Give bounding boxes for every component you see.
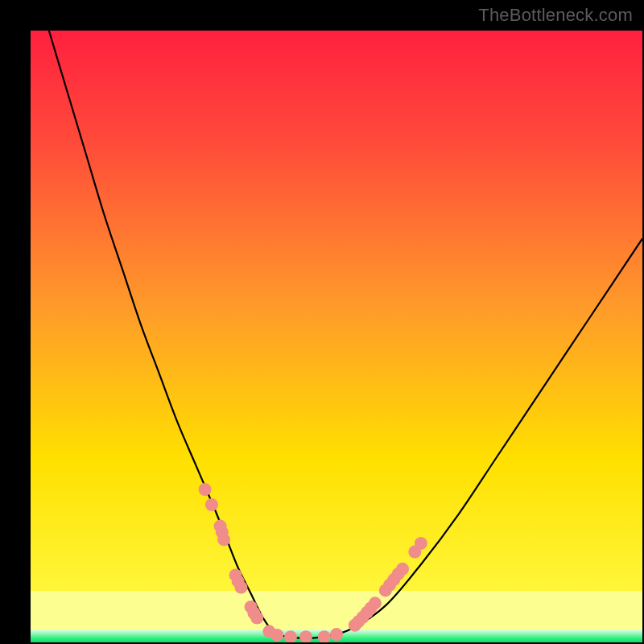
- bead-marker: [396, 563, 409, 576]
- bead-marker: [369, 597, 382, 609]
- plot-background: [31, 31, 642, 642]
- watermark-text: TheBottleneck.com: [478, 5, 633, 26]
- bead-marker: [250, 612, 263, 625]
- bead-marker: [217, 533, 230, 546]
- bead-marker: [234, 581, 247, 594]
- bead-marker: [199, 483, 212, 496]
- chart-frame: TheBottleneck.com: [0, 0, 644, 644]
- bead-marker: [270, 629, 283, 642]
- bead-marker: [330, 628, 343, 641]
- bead-marker: [205, 498, 218, 511]
- bead-marker: [415, 537, 427, 550]
- bottleneck-chart: [31, 31, 642, 642]
- pale-band: [31, 591, 642, 631]
